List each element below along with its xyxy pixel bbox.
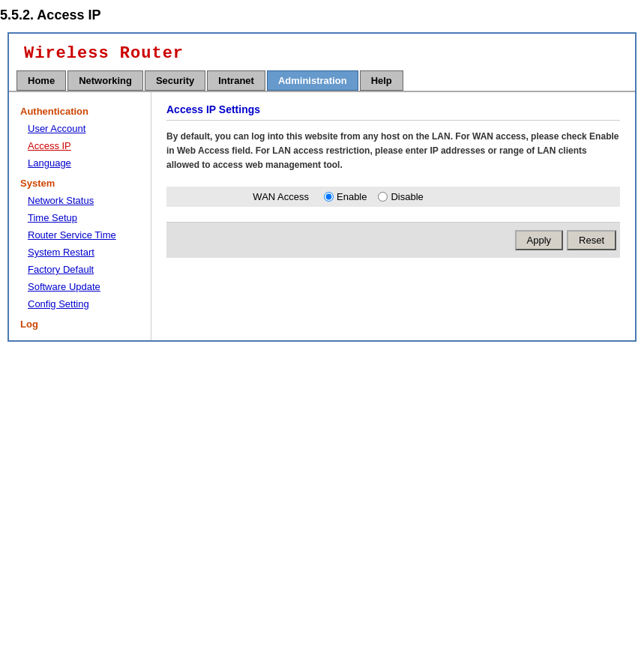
apply-button[interactable]: Apply <box>515 230 564 250</box>
nav-bar: HomeNetworkingSecurityIntranetAdministra… <box>9 70 635 91</box>
sidebar-link-network-status[interactable]: Network Status <box>9 192 151 209</box>
sidebar-link-time-setup[interactable]: Time Setup <box>9 209 151 226</box>
wan-radio-group: Enable Disable <box>324 191 613 202</box>
wan-access-label: WAN Access <box>166 187 316 207</box>
sidebar-link-factory-default[interactable]: Factory Default <box>9 261 151 278</box>
sidebar-link-router-service-time[interactable]: Router Service Time <box>9 226 151 244</box>
sidebar-link-software-update[interactable]: Software Update <box>9 278 151 295</box>
main-content: Access IP Settings By default, you can l… <box>151 92 635 340</box>
router-frame: Wireless Router HomeNetworkingSecurityIn… <box>7 32 637 342</box>
router-header: Wireless Router <box>9 34 635 70</box>
enable-radio[interactable] <box>324 192 334 202</box>
page-title: 5.5.2. Access IP <box>0 7 644 23</box>
sidebar-link-language[interactable]: Language <box>9 154 151 172</box>
settings-table: WAN Access Enable Disable <box>166 187 620 207</box>
section-title: Access IP Settings <box>166 103 620 121</box>
sidebar-section-system: System <box>9 172 151 192</box>
sidebar-link-user-account[interactable]: User Account <box>9 120 151 137</box>
nav-item-help[interactable]: Help <box>360 70 403 91</box>
router-logo: Wireless Router <box>24 44 620 63</box>
sidebar-section-authentication: Authentication <box>9 100 151 120</box>
sidebar: AuthenticationUser AccountAccess IPLangu… <box>9 92 151 340</box>
button-row: Apply Reset <box>166 222 620 258</box>
wan-access-row: WAN Access Enable Disable <box>166 187 620 207</box>
description: By default, you can log into this websit… <box>166 130 620 173</box>
nav-item-security[interactable]: Security <box>145 70 205 91</box>
disable-radio-label[interactable]: Disable <box>378 191 423 202</box>
disable-label: Disable <box>391 191 423 202</box>
enable-radio-label[interactable]: Enable <box>324 191 367 202</box>
nav-item-home[interactable]: Home <box>16 70 66 91</box>
wan-access-controls: Enable Disable <box>316 187 620 207</box>
reset-button[interactable]: Reset <box>567 230 616 250</box>
sidebar-section-log: Log <box>9 313 151 333</box>
nav-item-intranet[interactable]: Intranet <box>207 70 265 91</box>
enable-label: Enable <box>337 191 367 202</box>
nav-item-networking[interactable]: Networking <box>67 70 143 91</box>
content-area: AuthenticationUser AccountAccess IPLangu… <box>9 91 635 340</box>
sidebar-link-system-restart[interactable]: System Restart <box>9 244 151 261</box>
sidebar-link-config-setting[interactable]: Config Setting <box>9 295 151 313</box>
disable-radio[interactable] <box>378 192 388 202</box>
sidebar-link-access-ip[interactable]: Access IP <box>9 137 151 154</box>
nav-item-administration[interactable]: Administration <box>267 70 358 91</box>
